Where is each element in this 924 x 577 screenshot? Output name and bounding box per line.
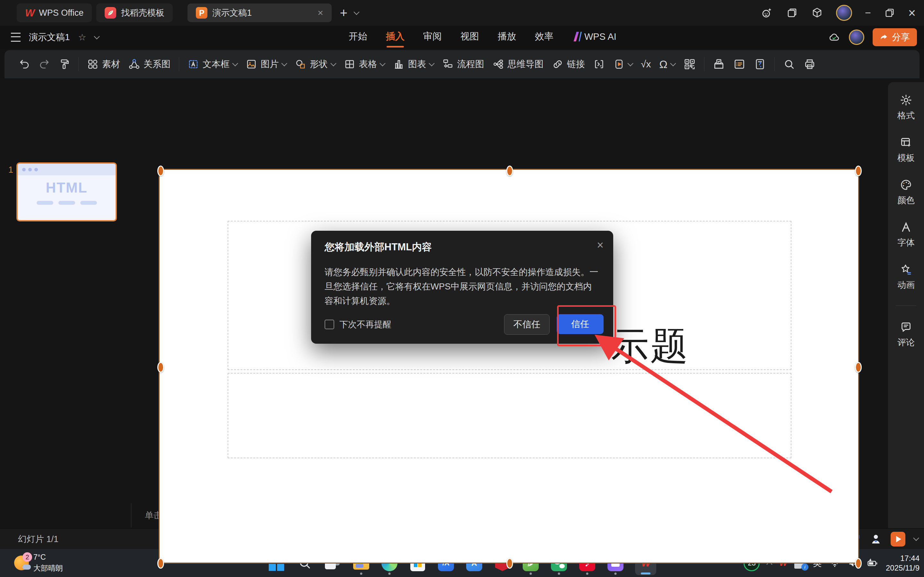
slide-thumbnail-1[interactable]: HTML: [16, 163, 117, 221]
close-window-button[interactable]: ×: [908, 6, 916, 20]
formula-icon[interactable]: √x: [641, 59, 651, 69]
panel-comments[interactable]: 评论: [897, 321, 915, 348]
menu-view[interactable]: 视图: [460, 30, 479, 43]
dialog-body-text: 请您务必甄别并确认此内容的安全性，以防不安全的操作造成损失。一旦您选择信任，它将…: [324, 265, 600, 308]
tool-image[interactable]: 图片: [246, 58, 286, 70]
search-icon[interactable]: [783, 58, 795, 70]
selection-handle-bottom-right[interactable]: [855, 558, 862, 569]
tool-chart[interactable]: 图表: [393, 58, 434, 70]
favorite-star-icon[interactable]: ☆: [78, 32, 86, 43]
materials-icon: [87, 58, 98, 70]
main-menu-icon[interactable]: [11, 33, 21, 42]
menu-play[interactable]: 播放: [498, 30, 516, 43]
print-icon[interactable]: [804, 58, 816, 70]
menu-bar: 演示文稿1 ☆ 开始 插入 审阅 视图 播放 效率 WPS AI 分享: [0, 26, 924, 49]
relation-diagram-icon: [128, 58, 140, 70]
divider: [704, 57, 705, 71]
new-tab-button[interactable]: +: [340, 6, 347, 20]
apps-cube-icon[interactable]: [811, 7, 823, 19]
dont-remind-label[interactable]: 下次不再提醒: [339, 319, 391, 330]
tool-relation-diagram[interactable]: 关系图: [128, 58, 171, 70]
chart-chevron-icon: [429, 60, 434, 66]
textbox-chevron-icon: [232, 60, 238, 66]
selection-handle-bottom-left[interactable]: [157, 558, 164, 569]
panel-font[interactable]: 字体: [897, 221, 915, 248]
user-avatar[interactable]: [836, 5, 852, 21]
tool-materials[interactable]: 素材: [87, 58, 120, 70]
help-document-icon[interactable]: [754, 58, 766, 70]
date: 2025/11/9: [886, 564, 919, 572]
redo-icon[interactable]: [39, 58, 50, 70]
mindmap-icon: [492, 58, 504, 70]
panel-template[interactable]: 模板: [897, 136, 915, 164]
selection-handle-top-center[interactable]: [506, 166, 513, 176]
tab-docer-templates[interactable]: 找稻壳模板: [96, 3, 173, 22]
tool-textbox[interactable]: 文本框: [187, 58, 237, 70]
minimize-button[interactable]: −: [865, 7, 871, 19]
divider: [774, 57, 775, 71]
divider: [78, 57, 79, 71]
slide-indicator: 幻灯片 1/1: [18, 533, 58, 545]
play-slideshow-button[interactable]: [891, 532, 905, 546]
panel-format[interactable]: 格式: [897, 94, 915, 121]
menu-insert[interactable]: 插入: [386, 30, 405, 43]
title-chevron-icon[interactable]: [94, 33, 100, 39]
tab-docer-label: 找稻壳模板: [121, 7, 164, 19]
restore-window-button[interactable]: [884, 7, 895, 19]
agenda-list-icon[interactable]: [733, 58, 745, 70]
menu-wps-ai[interactable]: WPS AI: [572, 31, 616, 42]
selection-handle-bottom-center[interactable]: [506, 558, 513, 569]
font-a-icon: [900, 221, 913, 234]
tool-video[interactable]: [613, 58, 632, 70]
thumbnail-pills: [18, 201, 116, 205]
panel-animation[interactable]: 动画: [897, 263, 915, 291]
tab-list-chevron-icon[interactable]: [353, 9, 359, 15]
presenter-view-icon[interactable]: [870, 533, 882, 545]
tool-mindmap[interactable]: 思维导图: [492, 58, 543, 70]
tool-table[interactable]: 表格: [344, 58, 385, 70]
tab-close-icon[interactable]: ×: [318, 7, 323, 18]
selection-handle-top-left[interactable]: [157, 166, 164, 176]
dialog-title: 您将加载外部HTML内容: [324, 240, 600, 254]
workspace-tabs-icon[interactable]: [786, 7, 798, 19]
clock[interactable]: 17:442025/11/9: [886, 554, 919, 573]
selection-handle-top-right[interactable]: [855, 166, 862, 176]
selection-handle-mid-left[interactable]: [157, 362, 164, 372]
tab-document[interactable]: P 演示文稿1 ×: [187, 3, 332, 22]
tool-link[interactable]: 链接: [552, 58, 585, 70]
tool-flowchart[interactable]: 流程图: [442, 58, 484, 70]
menu-start[interactable]: 开始: [349, 30, 367, 43]
presentation-file-icon: P: [196, 7, 207, 19]
account-avatar[interactable]: [849, 29, 864, 45]
textbox-icon: [187, 58, 199, 70]
menu-efficiency[interactable]: 效率: [535, 30, 553, 43]
docer-leaf-icon: [105, 7, 116, 19]
battery-icon[interactable]: [866, 558, 878, 569]
tool-shapes[interactable]: 形状: [295, 58, 335, 70]
vote-icon[interactable]: [713, 58, 725, 70]
tab-wps-home[interactable]: W WPS Office: [17, 3, 92, 22]
undo-icon[interactable]: [19, 58, 30, 70]
play-options-chevron-icon[interactable]: [913, 535, 919, 541]
flowchart-icon: [442, 58, 454, 70]
shapes-chevron-icon: [331, 60, 336, 66]
insert-toolbar: 素材 关系图 文本框 图片 形状 表格 图表 流程图 思维导图 链接 √x Ω: [5, 50, 919, 78]
table-icon: [344, 58, 355, 70]
menu-review[interactable]: 审阅: [423, 30, 442, 43]
format-painter-icon[interactable]: [58, 58, 70, 70]
dont-remind-checkbox[interactable]: [324, 320, 334, 329]
link-icon: [552, 58, 563, 70]
share-button[interactable]: 分享: [872, 28, 917, 46]
gear-icon: [900, 94, 913, 106]
chart-icon: [393, 58, 405, 70]
panel-color[interactable]: 颜色: [897, 179, 915, 206]
dialog-close-icon[interactable]: ×: [597, 239, 603, 252]
distrust-button[interactable]: 不信任: [504, 314, 550, 335]
tool-symbol[interactable]: Ω: [659, 58, 675, 71]
time: 17:44: [900, 554, 919, 562]
image-icon: [246, 58, 257, 70]
ai-assistant-icon[interactable]: [760, 6, 773, 19]
embed-code-icon[interactable]: [593, 58, 605, 70]
qr-code-icon[interactable]: [684, 58, 696, 70]
cloud-saved-icon[interactable]: [828, 31, 840, 44]
